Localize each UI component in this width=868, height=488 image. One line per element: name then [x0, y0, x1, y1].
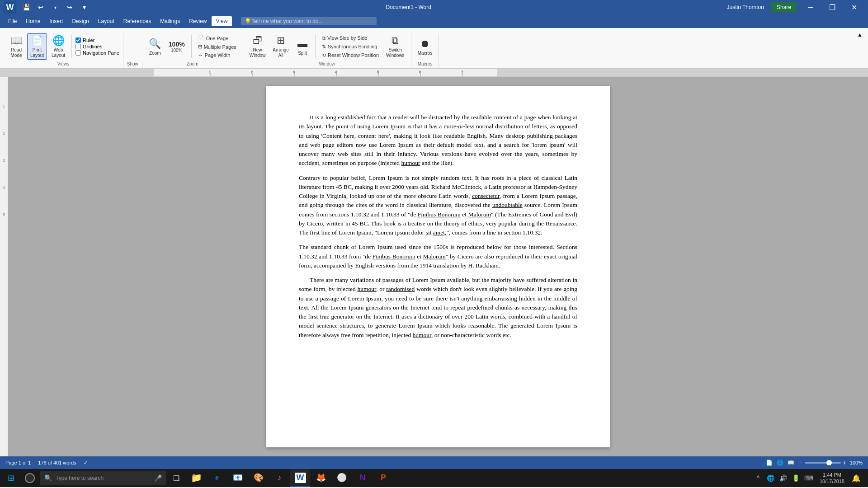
minimize-button[interactable]: ─ [800, 0, 821, 14]
cortana-button[interactable] [21, 469, 39, 487]
one-page-button[interactable]: 📄 One Page [195, 34, 239, 42]
notification-button[interactable]: 🔔 [850, 469, 863, 487]
gridlines-label: Gridlines [83, 44, 102, 49]
menu-item-view[interactable]: View [212, 16, 232, 26]
proofing-icon[interactable]: ✓ [84, 460, 88, 466]
read-view-icon[interactable]: 📖 [786, 458, 795, 467]
taskbar-clock[interactable]: 1:44 PM 10/17/2018 [816, 472, 848, 485]
web-view-icon[interactable]: 🌐 [775, 458, 784, 467]
svg-text:7: 7 [461, 70, 463, 74]
restore-button[interactable]: ❐ [822, 0, 843, 14]
macros-button[interactable]: ⏺ Macros [415, 33, 435, 60]
zoom-value: 100% [850, 460, 863, 465]
print-layout-button[interactable]: 📄 PrintLayout [27, 33, 47, 60]
word-logo-icon: W [4, 1, 16, 14]
menu-item-references[interactable]: References [119, 16, 156, 26]
switch-windows-label: SwitchWindows [386, 47, 405, 58]
document[interactable]: It is a long established fact that a rea… [266, 86, 610, 447]
redo-icon[interactable]: ↪ [63, 1, 76, 14]
word-count: 176 of 401 words [38, 460, 76, 465]
paragraph-4: There are many variations of passages of… [299, 276, 577, 340]
split-button[interactable]: ▬ Split [293, 33, 311, 60]
taskbar-app4[interactable]: 🎨 [249, 469, 269, 487]
read-mode-button[interactable]: 📖 ReadMode [7, 33, 25, 60]
taskbar-right: ^ 🌐 🔊 🔋 ⌨ 1:44 PM 10/17/2018 🔔 [753, 469, 866, 487]
taskbar-powerpoint[interactable]: P [373, 469, 393, 487]
collapse-ribbon-button[interactable]: ▲ [855, 30, 864, 40]
zoom-button[interactable]: 🔍 Zoom [146, 33, 164, 60]
print-view-icon[interactable]: 📄 [764, 458, 774, 467]
keyboard-tray-icon[interactable]: ⌨ [803, 473, 814, 483]
arrange-all-button[interactable]: ⊞ ArrangeAll [270, 33, 292, 60]
taskbar-explorer[interactable]: 📁 [186, 469, 206, 487]
ruler-checkbox-item[interactable]: Ruler [75, 38, 119, 43]
ruler-checkbox[interactable] [75, 38, 81, 43]
status-bar: Page 1 of 1 176 of 401 words ✓ 📄 🌐 📖 − +… [0, 456, 868, 469]
explorer-icon: 📁 [191, 472, 202, 483]
taskbar-onenote[interactable]: N [353, 469, 373, 487]
menu-item-layout[interactable]: Layout [94, 16, 119, 26]
web-layout-button[interactable]: 🌐 WebLayout [49, 33, 68, 60]
taskbar-app5[interactable]: ♪ [269, 469, 289, 487]
task-view-button[interactable]: ❑ [167, 469, 185, 487]
zoom-thumb[interactable] [826, 460, 832, 465]
nav-pane-checkbox[interactable] [75, 50, 81, 56]
task-view-icon: ❑ [173, 474, 179, 483]
undo-dropdown-icon[interactable]: ▾ [49, 1, 61, 14]
zoom-plus-button[interactable]: + [843, 459, 846, 466]
taskbar-outlook[interactable]: 📧 [228, 469, 248, 487]
zoom-slider[interactable] [805, 462, 841, 464]
taskbar-search-area[interactable]: 🔍 🎤 [40, 471, 166, 485]
page-width-button[interactable]: ↔ Page Width [195, 52, 239, 59]
zoom-icon: 🔍 [149, 38, 161, 50]
tray-expand-icon[interactable]: ^ [753, 473, 764, 483]
taskbar-edge[interactable]: e [207, 469, 227, 487]
menu-item-mailings[interactable]: Mailings [156, 16, 184, 26]
start-button[interactable]: ⊞ [2, 469, 20, 487]
volume-tray-icon[interactable]: 🔊 [778, 473, 789, 483]
menu-item-review[interactable]: Review [184, 16, 211, 26]
page-info: Page 1 of 1 [5, 460, 31, 465]
gridlines-checkbox[interactable] [75, 44, 81, 49]
taskbar-word[interactable]: W [290, 469, 310, 487]
nav-pane-checkbox-item[interactable]: Navigation Pane [75, 50, 119, 56]
sync-scrolling-button[interactable]: ⇅ Synchronous Scrolling [319, 43, 382, 51]
multiple-pages-button[interactable]: ⊞ Multiple Pages [195, 43, 239, 51]
save-icon[interactable]: 💾 [20, 1, 33, 14]
customize-qat-icon[interactable]: ▾ [78, 1, 90, 14]
zoom-control: − + 100% [799, 459, 863, 466]
sep3 [315, 35, 316, 58]
windows-icon: ⊞ [8, 473, 14, 483]
reset-window-button[interactable]: ⟲ Reset Window Position [319, 52, 382, 59]
network-tray-icon[interactable]: 🌐 [765, 473, 776, 483]
taskbar-date-value: 10/17/2018 [820, 478, 844, 484]
close-button[interactable]: ✕ [844, 0, 864, 14]
new-window-button[interactable]: 🗗 NewWindow [247, 33, 269, 60]
view-side-by-side-button[interactable]: ⧉ View Side by Side [319, 34, 382, 42]
tell-me-input[interactable] [251, 18, 351, 24]
taskbar-firefox[interactable]: 🦊 [311, 469, 331, 487]
menu-item-home[interactable]: Home [21, 16, 45, 26]
battery-tray-icon[interactable]: 🔋 [791, 473, 802, 483]
menu-item-design[interactable]: Design [67, 16, 93, 26]
title-bar: W 💾 ↩ ▾ ↪ ▾ Document1 - Word Justin Thor… [0, 0, 868, 14]
taskbar-chrome[interactable]: ⚪ [332, 469, 352, 487]
menu-item-insert[interactable]: Insert [45, 16, 67, 26]
zoom-100-button[interactable]: 100% 100% [166, 33, 188, 60]
ribbon-group-show: Show [123, 60, 142, 68]
gridlines-checkbox-item[interactable]: Gridlines [75, 44, 119, 49]
multiple-pages-icon: ⊞ [198, 44, 202, 50]
reset-window-icon: ⟲ [322, 52, 326, 58]
microphone-icon[interactable]: 🎤 [154, 474, 162, 482]
switch-windows-button[interactable]: ⧉ SwitchWindows [383, 33, 407, 60]
zoom-minus-button[interactable]: − [799, 459, 802, 466]
print-layout-label: PrintLayout [30, 47, 44, 58]
share-button[interactable]: Share [771, 2, 797, 12]
ribbon-group-views: 📖 ReadMode 📄 PrintLayout 🌐 WebLayout Rul… [4, 33, 123, 68]
taskbar-search-input[interactable] [56, 475, 151, 481]
tell-me-search-box[interactable]: 💡 [241, 17, 377, 25]
vruler-2: 2 [3, 131, 5, 158]
undo-icon[interactable]: ↩ [34, 1, 47, 14]
menu-item-file[interactable]: File [4, 16, 21, 26]
macros-group-label: Macros [418, 61, 433, 66]
